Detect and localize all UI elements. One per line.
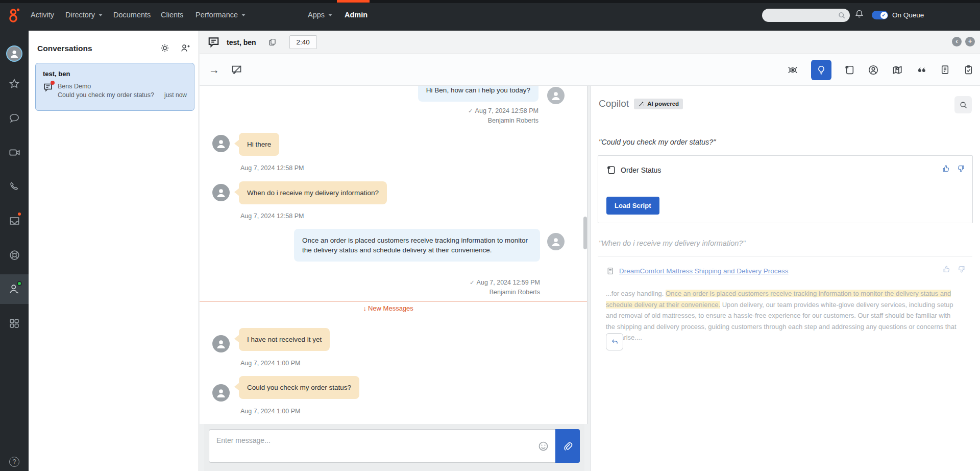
interaction-timer: 2:40 bbox=[289, 35, 317, 49]
chevron-down-icon bbox=[328, 14, 332, 16]
notifications-bell-icon[interactable] bbox=[854, 9, 864, 19]
chat-message-list[interactable]: Hi Ben, how can i help you today? ✓Aug 7… bbox=[200, 86, 587, 424]
message-time: Aug 7, 2024 12:58 PM bbox=[475, 107, 538, 114]
down-arrow-icon: ↓ bbox=[363, 304, 366, 312]
on-queue-toggle[interactable]: ✓ bbox=[872, 11, 888, 19]
agent-message-bubble: Once an order is placed customers receiv… bbox=[294, 229, 540, 262]
conversations-title: Conversations bbox=[37, 44, 92, 53]
avatar bbox=[6, 45, 22, 62]
focus-view-icon[interactable] bbox=[787, 64, 798, 76]
conversations-panel: Conversations test, ben Bens Demo Could … bbox=[29, 31, 199, 471]
inbox-alert-badge bbox=[17, 211, 22, 217]
copilot-divider bbox=[598, 256, 972, 256]
delivered-check-icon: ✓ bbox=[470, 279, 475, 286]
knowledge-article-link[interactable]: DreamComfort Mattress Shipping and Deliv… bbox=[619, 267, 789, 275]
gear-icon[interactable] bbox=[160, 43, 170, 53]
agent-avatar bbox=[547, 87, 565, 104]
add-panel-button[interactable]: + bbox=[965, 37, 975, 46]
message-time: Aug 7, 2024 1:00 PM bbox=[240, 360, 300, 367]
nav-clients[interactable]: Clients bbox=[161, 11, 183, 19]
message-input-box[interactable] bbox=[209, 429, 580, 463]
copilot-lightbulb-button[interactable] bbox=[811, 60, 831, 80]
on-queue-label: On Queue bbox=[892, 11, 924, 19]
suggestion-title: Order Status bbox=[621, 166, 661, 174]
journey-map-icon[interactable] bbox=[892, 64, 903, 76]
rail-phone[interactable] bbox=[0, 172, 29, 201]
nav-activity[interactable]: Activity bbox=[31, 11, 54, 19]
clipboard-check-icon[interactable] bbox=[963, 64, 974, 75]
interaction-name: test, ben bbox=[227, 38, 256, 46]
chevron-down-icon bbox=[99, 14, 103, 16]
nav-apps[interactable]: Apps bbox=[308, 11, 332, 19]
copilot-script-suggestion-card: Order Status Load Script bbox=[598, 155, 973, 223]
rail-interactions[interactable] bbox=[0, 274, 29, 304]
rail-apps-grid[interactable] bbox=[0, 309, 29, 338]
message-time: Aug 7, 2024 12:58 PM bbox=[240, 164, 304, 172]
new-messages-label[interactable]: ↓ New Messages bbox=[363, 304, 413, 312]
customer-message-bubble: Could you check my order status? bbox=[239, 376, 359, 399]
nav-directory[interactable]: Directory bbox=[65, 11, 103, 19]
copy-icon[interactable] bbox=[268, 38, 277, 46]
rail-chat[interactable] bbox=[0, 103, 29, 133]
profile-icon[interactable] bbox=[868, 64, 879, 76]
article-icon bbox=[606, 267, 615, 275]
inbox-icon bbox=[9, 215, 20, 227]
delivered-check-icon: ✓ bbox=[468, 108, 473, 114]
message-time: Aug 7, 2024 1:00 PM bbox=[240, 408, 300, 415]
customer-message-bubble: I have not received it yet bbox=[239, 328, 330, 351]
notes-icon[interactable] bbox=[940, 64, 950, 75]
star-icon bbox=[9, 78, 20, 89]
load-script-button[interactable]: Load Script bbox=[606, 197, 659, 215]
emoji-icon[interactable] bbox=[537, 440, 549, 452]
collapse-panel-button[interactable]: ‹ bbox=[952, 37, 962, 46]
end-chat-icon[interactable] bbox=[231, 64, 242, 76]
customer-utterance-quote-faded: "When do i receive my delivery informati… bbox=[599, 239, 746, 247]
left-icon-rail: ? bbox=[0, 31, 29, 471]
nav-performance[interactable]: Performance bbox=[195, 11, 246, 19]
message-time: Aug 7, 2024 12:58 PM bbox=[240, 213, 304, 220]
script-icon bbox=[606, 165, 616, 175]
thumbs-up-icon[interactable] bbox=[942, 265, 951, 274]
chevron-down-icon bbox=[241, 14, 246, 16]
message-author: Benjamin Roberts bbox=[470, 288, 540, 297]
rail-favorites[interactable] bbox=[0, 69, 29, 99]
question-mark-icon: ? bbox=[9, 457, 19, 467]
nav-admin[interactable]: Admin bbox=[345, 11, 368, 19]
composer-strip bbox=[204, 424, 584, 471]
video-camera-icon bbox=[9, 147, 20, 158]
chat-scrollbar-thumb[interactable] bbox=[583, 217, 587, 249]
message-author: Benjamin Roberts bbox=[468, 116, 538, 126]
insert-reply-button[interactable] bbox=[606, 333, 623, 350]
customer-avatar bbox=[212, 135, 230, 152]
thumbs-up-icon[interactable] bbox=[942, 164, 951, 173]
thumbs-down-icon[interactable] bbox=[956, 164, 965, 173]
attach-button[interactable] bbox=[555, 429, 580, 463]
rail-inbox[interactable] bbox=[0, 206, 29, 236]
global-search[interactable] bbox=[762, 9, 850, 22]
transfer-arrow-icon[interactable]: → bbox=[209, 64, 219, 75]
customer-avatar bbox=[212, 184, 230, 201]
message-meta: ✓Aug 7, 2024 12:58 PM Benjamin Roberts bbox=[468, 106, 538, 125]
genesys-logo-icon bbox=[7, 7, 22, 23]
global-search-input[interactable] bbox=[768, 11, 835, 20]
lightbulb-icon bbox=[816, 65, 826, 75]
script-icon[interactable] bbox=[844, 64, 855, 75]
copilot-search-button[interactable] bbox=[954, 96, 972, 113]
conversation-list-item[interactable]: test, ben Bens Demo Could you check my o… bbox=[35, 63, 194, 111]
chat-bubble-icon bbox=[9, 112, 20, 124]
quotes-icon[interactable] bbox=[916, 64, 927, 76]
rail-profile-avatar[interactable] bbox=[0, 39, 29, 68]
thumbs-down-icon[interactable] bbox=[957, 265, 966, 274]
snippet-prefix: ...for easy handling. bbox=[606, 290, 666, 297]
add-person-icon[interactable] bbox=[180, 43, 190, 53]
rail-help-ring[interactable] bbox=[0, 240, 29, 270]
interaction-header: test, ben 2:40 ‹ + bbox=[200, 31, 980, 54]
nav-documents[interactable]: Documents bbox=[113, 11, 151, 19]
conversation-flow-name: Bens Demo bbox=[58, 82, 187, 91]
customer-message-bubble: When do i receive my delivery informatio… bbox=[239, 181, 387, 204]
rail-video[interactable] bbox=[0, 137, 29, 167]
message-input[interactable] bbox=[216, 435, 533, 446]
active-tab-indicator bbox=[337, 0, 370, 3]
rail-help-bottom[interactable]: ? bbox=[0, 457, 29, 467]
article-snippet: ...for easy handling. Once an order is p… bbox=[606, 288, 961, 343]
